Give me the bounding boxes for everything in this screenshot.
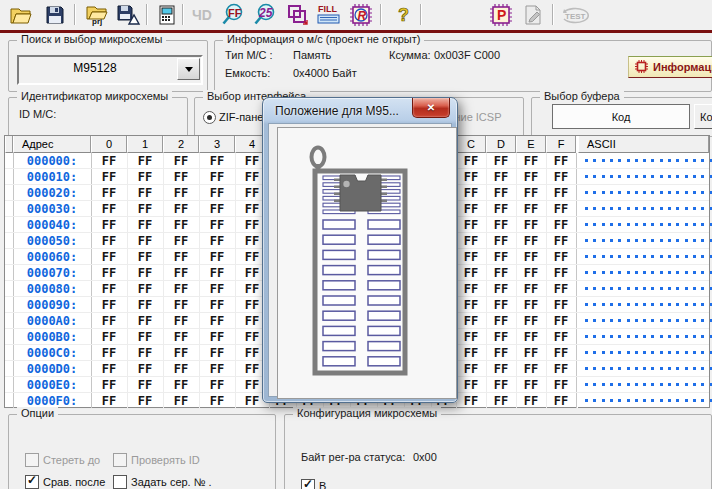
hex-byte-cell[interactable]: FF <box>516 362 546 376</box>
hex-byte-cell[interactable]: FF <box>163 186 199 200</box>
hex-byte-cell[interactable]: FF <box>127 170 163 184</box>
hex-byte-cell[interactable]: FF <box>91 362 127 376</box>
hex-byte-cell[interactable]: FF <box>91 154 127 168</box>
hex-byte-cell[interactable]: FF <box>516 202 546 216</box>
hex-byte-cell[interactable]: FF <box>546 394 576 408</box>
hex-byte-cell[interactable]: FF <box>486 346 516 360</box>
hex-byte-cell[interactable]: FF <box>486 298 516 312</box>
hex-byte-cell[interactable]: FF <box>199 298 235 312</box>
hex-byte-cell[interactable]: FF <box>486 154 516 168</box>
read-id-button[interactable]: ЧD <box>188 2 218 28</box>
hex-byte-cell[interactable]: FF <box>486 282 516 296</box>
option-checkbox[interactable]: ✓ <box>25 475 39 489</box>
auto-edit-button[interactable] <box>518 2 548 28</box>
hex-byte-cell[interactable]: FF <box>486 218 516 232</box>
hex-byte-cell[interactable]: FF <box>199 218 235 232</box>
hex-byte-cell[interactable]: FF <box>456 378 486 392</box>
hex-byte-cell[interactable]: FF <box>91 346 127 360</box>
hex-byte-cell[interactable]: FF <box>199 266 235 280</box>
hex-byte-cell[interactable]: FF <box>91 202 127 216</box>
hex-byte-cell[interactable]: FF <box>486 314 516 328</box>
information-button[interactable]: Информация <box>628 56 712 78</box>
hex-byte-cell[interactable]: FF <box>546 234 576 248</box>
hex-byte-cell[interactable]: FF <box>486 202 516 216</box>
blank-check-button[interactable]: FF <box>218 2 248 28</box>
buffer-code-button[interactable]: Код <box>552 104 690 129</box>
hex-byte-cell[interactable]: FF <box>546 362 576 376</box>
dialog-close-button[interactable]: ✕ <box>412 98 450 118</box>
hex-byte-cell[interactable]: FF <box>456 266 486 280</box>
hex-byte-cell[interactable]: FF <box>456 346 486 360</box>
hex-byte-cell[interactable]: FF <box>199 250 235 264</box>
hex-byte-cell[interactable]: FF <box>516 314 546 328</box>
hex-byte-cell[interactable]: FF <box>486 170 516 184</box>
checksum-button[interactable]: 25 <box>250 2 280 28</box>
hex-byte-cell[interactable]: FF <box>163 170 199 184</box>
hex-byte-cell[interactable]: FF <box>456 250 486 264</box>
hex-byte-cell[interactable]: FF <box>163 362 199 376</box>
hex-byte-cell[interactable]: FF <box>91 314 127 328</box>
chip-select-combo[interactable]: M95128 <box>17 55 203 85</box>
hex-byte-cell[interactable]: FF <box>127 234 163 248</box>
hex-byte-cell[interactable]: FF <box>486 394 516 408</box>
read-chip-button[interactable]: R <box>346 2 376 28</box>
hex-byte-cell[interactable]: FF <box>163 218 199 232</box>
hex-byte-cell[interactable]: FF <box>456 154 486 168</box>
hex-byte-cell[interactable]: FF <box>91 186 127 200</box>
hex-byte-cell[interactable]: FF <box>486 330 516 344</box>
hex-byte-cell[interactable]: FF <box>516 250 546 264</box>
hex-byte-cell[interactable]: FF <box>91 378 127 392</box>
hex-byte-cell[interactable]: FF <box>199 362 235 376</box>
hex-byte-cell[interactable]: FF <box>91 170 127 184</box>
hex-byte-cell[interactable]: FF <box>516 218 546 232</box>
hex-byte-cell[interactable]: FF <box>199 314 235 328</box>
hex-byte-cell[interactable]: FF <box>456 202 486 216</box>
hex-byte-cell[interactable]: FF <box>199 234 235 248</box>
hex-byte-cell[interactable]: FF <box>127 282 163 296</box>
hex-byte-cell[interactable]: FF <box>199 202 235 216</box>
config-partial-checkbox[interactable]: ✓ <box>301 479 315 489</box>
hex-byte-cell[interactable]: FF <box>516 186 546 200</box>
program-chip-button[interactable]: P <box>486 2 516 28</box>
help-button[interactable]: ? <box>388 2 418 28</box>
hex-byte-cell[interactable]: FF <box>199 346 235 360</box>
hex-byte-cell[interactable]: FF <box>91 282 127 296</box>
hex-byte-cell[interactable]: FF <box>127 362 163 376</box>
hex-byte-cell[interactable]: FF <box>456 282 486 296</box>
hex-byte-cell[interactable]: FF <box>516 154 546 168</box>
hex-byte-cell[interactable]: FF <box>516 378 546 392</box>
hex-byte-cell[interactable]: FF <box>199 378 235 392</box>
hex-byte-cell[interactable]: FF <box>456 362 486 376</box>
hex-byte-cell[interactable]: FF <box>516 298 546 312</box>
hex-byte-cell[interactable]: FF <box>91 298 127 312</box>
hex-byte-cell[interactable]: FF <box>456 218 486 232</box>
hex-byte-cell[interactable]: FF <box>163 154 199 168</box>
hex-byte-cell[interactable]: FF <box>127 330 163 344</box>
hex-byte-cell[interactable]: FF <box>91 218 127 232</box>
hex-byte-cell[interactable]: FF <box>127 218 163 232</box>
hex-byte-cell[interactable]: FF <box>456 234 486 248</box>
hex-byte-cell[interactable]: FF <box>456 394 486 408</box>
hex-byte-cell[interactable]: FF <box>127 394 163 408</box>
self-test-button[interactable]: TEST <box>558 2 596 28</box>
hex-byte-cell[interactable]: FF <box>516 234 546 248</box>
copy-buffer-button[interactable] <box>282 2 312 28</box>
hex-byte-cell[interactable]: FF <box>163 346 199 360</box>
hex-byte-cell[interactable]: FF <box>546 250 576 264</box>
hex-byte-cell[interactable]: FF <box>546 218 576 232</box>
programmer-device-button[interactable] <box>152 2 182 28</box>
hex-byte-cell[interactable]: FF <box>546 170 576 184</box>
hex-byte-cell[interactable]: FF <box>127 346 163 360</box>
save-project-as-button[interactable] <box>112 2 144 28</box>
hex-byte-cell[interactable]: FF <box>163 234 199 248</box>
hex-byte-cell[interactable]: FF <box>516 330 546 344</box>
hex-byte-cell[interactable]: FF <box>486 362 516 376</box>
hex-byte-cell[interactable]: FF <box>199 154 235 168</box>
hex-byte-cell[interactable]: FF <box>199 330 235 344</box>
hex-byte-cell[interactable]: FF <box>486 250 516 264</box>
hex-byte-cell[interactable]: FF <box>127 298 163 312</box>
hex-byte-cell[interactable]: FF <box>127 154 163 168</box>
open-project-button[interactable]: prj <box>82 2 114 28</box>
chip-position-dialog[interactable]: Положение для M95... ✕ <box>262 97 458 403</box>
hex-byte-cell[interactable]: FF <box>127 186 163 200</box>
